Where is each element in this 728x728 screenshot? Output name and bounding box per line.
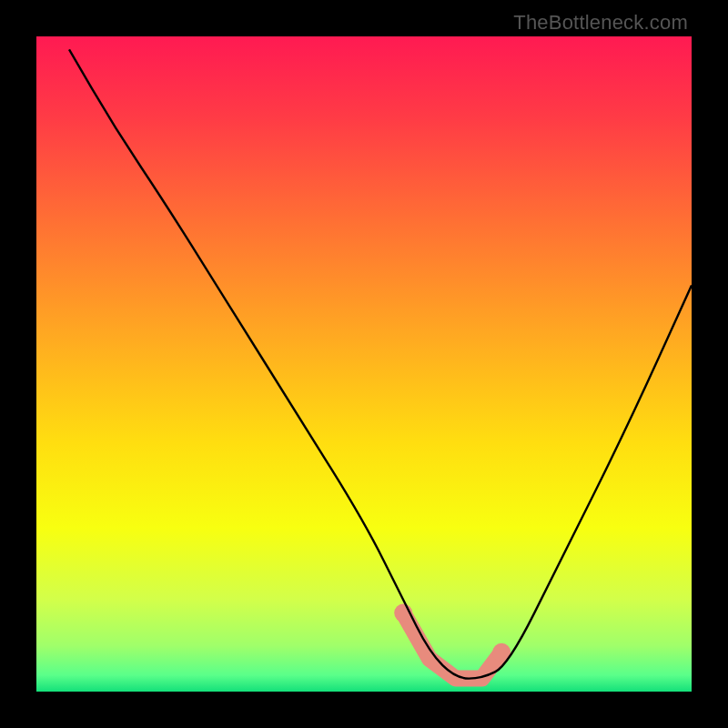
plot-area xyxy=(36,36,692,692)
watermark-text: TheBottleneck.com xyxy=(513,11,688,35)
chart-svg xyxy=(36,36,692,692)
chart-frame xyxy=(36,36,692,692)
gradient-rect xyxy=(36,36,692,692)
